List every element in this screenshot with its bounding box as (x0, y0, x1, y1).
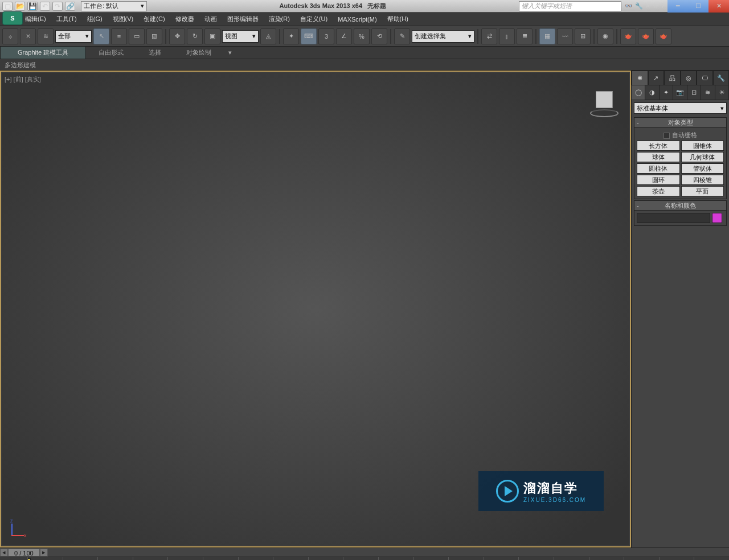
create-tab-icon[interactable]: ✱ (632, 71, 648, 85)
undo-icon[interactable]: ↶ (40, 2, 50, 11)
search-input[interactable]: 键入关键字或短语 (519, 1, 621, 11)
help-icon[interactable]: ? (661, 2, 664, 10)
named-sel-set[interactable]: 创建选择集▾ (412, 30, 474, 43)
box-button[interactable]: 长方体 (637, 141, 680, 151)
primitive-category-dropdown[interactable]: 标准基本体▾ (634, 102, 727, 114)
menu-customize[interactable]: 自定义(U) (300, 15, 327, 23)
viewcube-ring[interactable] (590, 109, 619, 117)
align-button[interactable]: ⫿ (499, 28, 515, 44)
selection-filter[interactable]: 全部▾ (55, 30, 92, 43)
link-icon[interactable]: 🔗 (65, 2, 75, 11)
ribbon-tab-paint[interactable]: 对象绘制 (174, 47, 224, 59)
move-button[interactable]: ✥ (169, 28, 185, 44)
exchange-icon[interactable]: ✕ (645, 2, 650, 10)
menu-help[interactable]: 帮助(H) (387, 15, 408, 23)
maximize-button[interactable]: ☐ (688, 0, 708, 13)
lights-icon[interactable]: ✦ (660, 85, 673, 100)
ribbon-collapse-icon[interactable]: ▾ (224, 47, 236, 58)
cameras-icon[interactable]: 📷 (673, 85, 687, 100)
save-icon[interactable]: 💾 (27, 2, 38, 11)
spacewarps-icon[interactable]: ≋ (701, 85, 715, 100)
curve-editor-button[interactable]: 〰 (557, 28, 573, 44)
menu-group[interactable]: 组(G) (87, 15, 103, 23)
workspace-selector[interactable]: 工作台: 默认 ▾ (81, 1, 147, 11)
menu-grapheditors[interactable]: 图形编辑器 (227, 15, 259, 23)
track-bar[interactable]: 05101520253035404550556065707580859095 (0, 557, 729, 560)
tube-button[interactable]: 管状体 (681, 163, 724, 174)
time-next-icon[interactable]: ▸ (40, 549, 48, 557)
rollout-object-type[interactable]: -对象类型 (634, 117, 727, 127)
menu-rendering[interactable]: 渲染(R) (269, 15, 290, 23)
pyramid-button[interactable]: 四棱锥 (681, 175, 724, 185)
binoculars-icon[interactable]: 👓 (625, 2, 633, 10)
spinner-snap-button[interactable]: ⟲ (371, 28, 387, 44)
geometry-icon[interactable]: ◯ (632, 85, 645, 100)
ribbon-tab-freeform[interactable]: 自由形式 (86, 47, 136, 59)
bind-spacewarp-button[interactable]: ≋ (38, 28, 54, 44)
menu-animation[interactable]: 动画 (204, 15, 217, 23)
render-frame-button[interactable]: 🫖 (638, 28, 654, 44)
material-editor-button[interactable]: ◉ (597, 28, 613, 44)
rect-region-button[interactable]: ▭ (129, 28, 145, 44)
cylinder-button[interactable]: 圆柱体 (637, 163, 680, 174)
shapes-icon[interactable]: ◑ (645, 85, 659, 100)
menu-modifiers[interactable]: 修改器 (175, 15, 194, 23)
helpers-icon[interactable]: ⊡ (687, 85, 701, 100)
minimize-button[interactable]: ━ (667, 0, 688, 13)
percent-snap-button[interactable]: % (354, 28, 370, 44)
object-name-input[interactable] (637, 213, 710, 223)
select-object-button[interactable]: ↖ (93, 28, 109, 44)
render-button[interactable]: 🫖 (656, 28, 671, 44)
open-icon[interactable]: 📂 (15, 2, 25, 11)
angle-snap-button[interactable]: ∠ (336, 28, 352, 44)
render-setup-button[interactable]: 🫖 (620, 28, 636, 44)
close-button[interactable]: ✕ (708, 0, 729, 13)
pivot-center-button[interactable]: ◬ (260, 28, 276, 44)
named-sel-edit-button[interactable]: ✎ (394, 28, 410, 44)
star-icon[interactable]: ☆ (653, 2, 658, 10)
plane-button[interactable]: 平面 (681, 186, 724, 196)
ribbon-tab-graphite[interactable]: Graphite 建模工具 (0, 46, 86, 59)
scale-button[interactable]: ▣ (204, 28, 220, 44)
cone-button[interactable]: 圆锥体 (681, 141, 724, 151)
menu-create[interactable]: 创建(C) (144, 15, 165, 23)
redo-icon[interactable]: ↷ (52, 2, 63, 11)
time-slider[interactable]: ◂ 0 / 100 ▸ (0, 547, 729, 557)
autogrid-checkbox[interactable]: 自动栅格 (637, 130, 724, 141)
keyboard-shortcut-button[interactable]: ⌨ (301, 28, 317, 44)
motion-tab-icon[interactable]: ◎ (681, 71, 697, 85)
utilities-tab-icon[interactable]: 🔧 (713, 71, 730, 85)
select-by-name-button[interactable]: ≡ (111, 28, 127, 44)
ribbon-tab-selection[interactable]: 选择 (136, 47, 174, 59)
menu-tools[interactable]: 工具(T) (56, 15, 77, 23)
hierarchy-tab-icon[interactable]: 品 (664, 71, 681, 85)
sphere-button[interactable]: 球体 (637, 152, 680, 162)
snap-3-button[interactable]: 3 (318, 28, 334, 44)
geosphere-button[interactable]: 几何球体 (681, 152, 724, 162)
viewcube-face[interactable] (596, 91, 613, 108)
schematic-view-button[interactable]: ⊞ (575, 28, 591, 44)
viewport-label[interactable]: [+] [前] [真实] (5, 75, 41, 84)
window-crossing-button[interactable]: ▧ (146, 28, 162, 44)
layer-button[interactable]: ≣ (517, 28, 533, 44)
wrench-icon[interactable]: 🔧 (635, 2, 643, 10)
graphite-toggle-button[interactable]: ▦ (539, 28, 555, 44)
time-slider-handle[interactable]: 0 / 100 (8, 549, 40, 557)
object-color-swatch[interactable] (712, 213, 722, 223)
display-tab-icon[interactable]: 🖵 (697, 71, 713, 85)
torus-button[interactable]: 圆环 (637, 175, 680, 185)
new-icon[interactable]: ▢ (2, 2, 13, 11)
time-prev-icon[interactable]: ◂ (0, 549, 8, 557)
menu-maxscript[interactable]: MAXScript(M) (338, 16, 376, 23)
rollout-name-color[interactable]: -名称和颜色 (634, 200, 727, 211)
app-menu-icon[interactable]: S (2, 11, 23, 25)
modify-tab-icon[interactable]: ↗ (648, 71, 665, 85)
viewport-front[interactable]: [+] [前] [真实] z x 溜溜自学 ZIXUE.3D66.COM (0, 71, 631, 547)
ref-coord-system[interactable]: 视图▾ (222, 30, 259, 43)
mirror-button[interactable]: ⇄ (481, 28, 497, 44)
link-button[interactable]: ⟐ (2, 28, 18, 44)
menu-edit[interactable]: 编辑(E) (25, 15, 46, 23)
teapot-button[interactable]: 茶壶 (637, 186, 680, 196)
manipulate-button[interactable]: ✦ (283, 28, 299, 44)
unlink-button[interactable]: ⤫ (20, 28, 36, 44)
